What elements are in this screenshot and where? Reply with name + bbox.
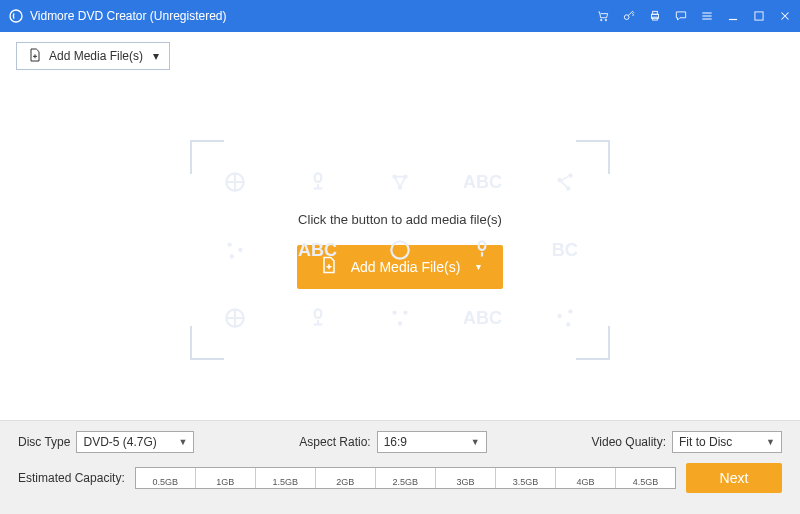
chevron-down-icon: ▾ — [153, 49, 159, 63]
svg-rect-22 — [314, 309, 321, 318]
svg-point-0 — [10, 10, 22, 22]
drop-frame: ABC ABC BC ABC Click the button to add m… — [190, 140, 610, 360]
chevron-down-icon: ▾ — [476, 261, 481, 272]
svg-point-1 — [600, 19, 602, 21]
svg-point-14 — [568, 173, 572, 177]
drop-hint-text: Click the button to add media file(s) — [298, 212, 502, 227]
menu-icon[interactable] — [700, 9, 714, 23]
bottom-bar: Disc Type DVD-5 (4.7G) ▼ Aspect Ratio: 1… — [0, 420, 800, 514]
maximize-icon[interactable] — [752, 9, 766, 23]
chat-icon[interactable] — [674, 9, 688, 23]
gauge-tick: 2GB — [316, 468, 376, 488]
svg-point-10 — [392, 174, 396, 178]
video-quality-value: Fit to Disc — [679, 435, 732, 449]
file-add-icon — [27, 47, 43, 66]
gauge-tick: 1GB — [196, 468, 256, 488]
svg-rect-5 — [653, 11, 658, 14]
settings-row: Disc Type DVD-5 (4.7G) ▼ Aspect Ratio: 1… — [18, 431, 782, 453]
svg-point-11 — [403, 174, 407, 178]
svg-point-16 — [228, 242, 232, 246]
video-quality-combo[interactable]: Fit to Disc ▼ — [672, 431, 782, 453]
key-icon[interactable] — [622, 9, 636, 23]
frame-corner — [576, 326, 610, 360]
svg-point-17 — [238, 248, 242, 252]
svg-point-2 — [605, 19, 607, 21]
chevron-down-icon: ▼ — [471, 437, 480, 447]
svg-point-28 — [566, 322, 570, 326]
app-logo-icon — [8, 8, 24, 24]
minimize-icon[interactable] — [726, 9, 740, 23]
svg-point-26 — [557, 314, 561, 318]
svg-rect-9 — [314, 173, 321, 182]
aspect-ratio-combo[interactable]: 16:9 ▼ — [377, 431, 487, 453]
gauge-tick: 4GB — [556, 468, 616, 488]
toolbar: Add Media File(s) ▾ — [0, 32, 800, 80]
capacity-row: Estimated Capacity: 0.5GB 1GB 1.5GB 2GB … — [18, 463, 782, 493]
titlebar-icons — [596, 9, 792, 23]
printer-icon[interactable] — [648, 9, 662, 23]
license-state-text: (Unregistered) — [150, 9, 227, 23]
frame-corner — [190, 140, 224, 174]
gauge-tick: 3.5GB — [496, 468, 556, 488]
gauge-tick: 2.5GB — [376, 468, 436, 488]
svg-point-18 — [230, 254, 234, 258]
capacity-gauge: 0.5GB 1GB 1.5GB 2GB 2.5GB 3GB 3.5GB 4GB … — [135, 467, 676, 489]
main-area: ABC ABC BC ABC Click the button to add m… — [0, 80, 800, 420]
close-icon[interactable] — [778, 9, 792, 23]
file-add-icon — [319, 255, 339, 278]
svg-point-13 — [557, 178, 561, 182]
gauge-tick: 1.5GB — [256, 468, 316, 488]
gauge-tick: 3GB — [436, 468, 496, 488]
disc-type-combo[interactable]: DVD-5 (4.7G) ▼ — [76, 431, 194, 453]
add-media-main-label: Add Media File(s) — [351, 259, 461, 275]
disc-type-label: Disc Type — [18, 435, 70, 449]
app-name-text: Vidmore DVD Creator — [30, 9, 146, 23]
svg-point-21 — [227, 309, 244, 326]
chevron-down-icon: ▼ — [179, 437, 188, 447]
svg-point-25 — [398, 321, 402, 325]
frame-corner — [576, 140, 610, 174]
aspect-ratio-value: 16:9 — [384, 435, 407, 449]
svg-point-8 — [227, 173, 244, 190]
svg-point-12 — [398, 185, 402, 189]
frame-corner — [190, 326, 224, 360]
svg-point-23 — [392, 310, 396, 314]
svg-rect-7 — [755, 12, 763, 20]
capacity-label: Estimated Capacity: — [18, 471, 125, 485]
add-media-label: Add Media File(s) — [49, 49, 143, 63]
app-title: Vidmore DVD Creator (Unregistered) — [30, 9, 227, 23]
svg-point-24 — [403, 310, 407, 314]
next-button[interactable]: Next — [686, 463, 782, 493]
titlebar: Vidmore DVD Creator (Unregistered) — [0, 0, 800, 32]
video-quality-label: Video Quality: — [592, 435, 667, 449]
svg-point-15 — [566, 186, 570, 190]
svg-point-3 — [624, 15, 629, 20]
aspect-ratio-label: Aspect Ratio: — [299, 435, 370, 449]
gauge-tick: 4.5GB — [616, 468, 675, 488]
add-media-button-main[interactable]: Add Media File(s) ▾ — [297, 245, 504, 289]
add-media-button[interactable]: Add Media File(s) ▾ — [16, 42, 170, 70]
cart-icon[interactable] — [596, 9, 610, 23]
gauge-tick: 0.5GB — [136, 468, 196, 488]
disc-type-value: DVD-5 (4.7G) — [83, 435, 156, 449]
svg-point-27 — [568, 309, 572, 313]
chevron-down-icon: ▼ — [766, 437, 775, 447]
